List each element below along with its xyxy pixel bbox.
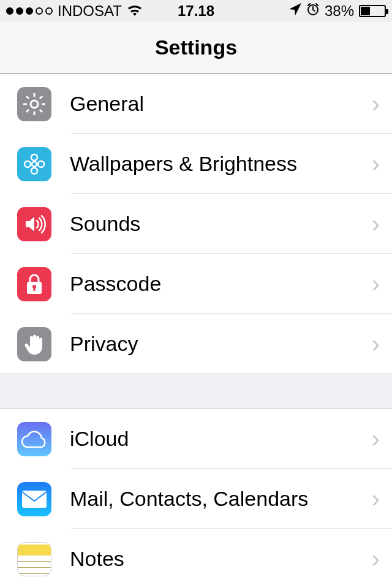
lock-icon — [17, 267, 51, 301]
settings-row-privacy[interactable]: Privacy› — [0, 314, 392, 374]
hand-icon — [17, 327, 51, 361]
settings-row-label: Notes — [70, 547, 372, 571]
page-title: Settings — [0, 22, 392, 74]
wifi-icon — [127, 4, 143, 18]
chevron-right-icon: › — [372, 270, 380, 298]
status-bar: INDOSAT 17.18 38% — [0, 0, 392, 22]
svg-point-10 — [32, 162, 37, 167]
svg-line-6 — [26, 96, 29, 99]
svg-point-12 — [31, 168, 37, 174]
settings-row-label: Passcode — [70, 272, 372, 296]
chevron-right-icon: › — [372, 150, 380, 178]
settings-row-label: Wallpapers & Brightness — [70, 152, 372, 176]
alarm-icon — [306, 2, 320, 20]
settings-row-notes[interactable]: Notes› — [0, 529, 392, 588]
svg-point-1 — [31, 100, 38, 108]
status-left: INDOSAT — [6, 2, 143, 20]
chevron-right-icon: › — [372, 330, 380, 358]
settings-row-label: Sounds — [70, 212, 372, 236]
chevron-right-icon: › — [372, 90, 380, 118]
settings-group-accounts: iCloud›Mail, Contacts, Calendars›Notes›R… — [0, 409, 392, 588]
settings-row-label: iCloud — [70, 427, 372, 451]
signal-strength-icon — [6, 7, 53, 15]
settings-row-sounds[interactable]: Sounds› — [0, 194, 392, 254]
svg-point-11 — [31, 154, 37, 160]
envelope-icon — [17, 482, 51, 516]
settings-row-passcode[interactable]: Passcode› — [0, 254, 392, 314]
battery-fill — [361, 7, 370, 15]
settings-group-main: General›Wallpapers & Brightness›Sounds›P… — [0, 74, 392, 374]
battery-icon — [359, 5, 386, 17]
settings-row-label: Mail, Contacts, Calendars — [70, 487, 372, 511]
notes-icon — [17, 542, 51, 576]
svg-line-9 — [26, 110, 29, 112]
svg-line-7 — [40, 110, 42, 112]
settings-row-mail[interactable]: Mail, Contacts, Calendars› — [0, 469, 392, 529]
svg-point-13 — [24, 161, 31, 167]
settings-row-icloud[interactable]: iCloud› — [0, 409, 392, 469]
carrier-label: INDOSAT — [58, 2, 122, 20]
settings-row-general[interactable]: General› — [0, 74, 392, 134]
settings-row-label: Privacy — [70, 332, 372, 356]
gear-icon — [17, 87, 51, 121]
battery-percent: 38% — [325, 2, 354, 20]
svg-line-8 — [40, 96, 42, 99]
svg-point-14 — [38, 161, 44, 167]
cloud-icon — [17, 422, 51, 456]
chevron-right-icon: › — [372, 210, 380, 238]
chevron-right-icon: › — [372, 425, 380, 453]
svg-rect-17 — [34, 287, 36, 291]
speaker-icon — [17, 207, 51, 241]
chevron-right-icon: › — [372, 545, 380, 573]
status-right: 38% — [289, 2, 386, 20]
flower-icon — [17, 147, 51, 181]
svg-rect-18 — [22, 491, 47, 508]
settings-row-label: General — [70, 92, 372, 116]
clock: 17.18 — [178, 2, 214, 20]
settings-row-wallpapers[interactable]: Wallpapers & Brightness› — [0, 134, 392, 194]
location-icon — [289, 3, 301, 19]
chevron-right-icon: › — [372, 485, 380, 513]
